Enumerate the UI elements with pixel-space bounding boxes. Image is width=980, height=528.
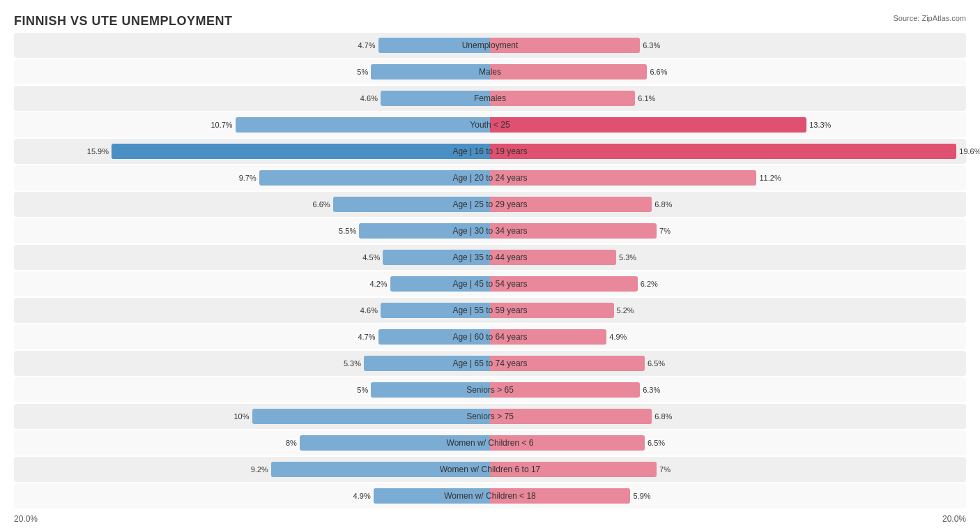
bar-finnish (236, 117, 490, 133)
bar-finnish (300, 435, 490, 451)
bar-container: 15.9% Age | 16 to 19 years 19.6% (14, 139, 966, 164)
right-section: 11.2% (490, 165, 966, 190)
bar-ute (490, 356, 645, 371)
chart-row: 5% Males 6.6% (14, 59, 966, 84)
value-finnish: 9.7% (239, 174, 257, 182)
value-ute: 6.5% (648, 359, 665, 368)
value-finnish: 9.2% (251, 465, 268, 474)
right-section: 7% (490, 457, 966, 482)
value-ute: 5.2% (617, 306, 634, 315)
value-finnish: 6.6% (313, 200, 330, 209)
bar-ute (490, 223, 657, 239)
bar-finnish (381, 91, 490, 106)
value-finnish: 10% (233, 412, 249, 421)
value-ute: 4.9% (609, 333, 627, 341)
value-finnish: 4.6% (360, 306, 378, 315)
value-ute: 6.2% (641, 280, 658, 288)
bar-container: 5% Seniors > 65 6.3% (14, 377, 966, 402)
bar-container: 4.6% Age | 55 to 59 years 5.2% (14, 298, 966, 323)
value-finnish: 4.5% (362, 253, 380, 262)
chart-container: FINNISH VS UTE UNEMPLOYMENT Source: ZipA… (0, 0, 980, 528)
bar-container: 10.7% Youth < 25 13.3% (14, 112, 966, 137)
left-section: 15.9% (14, 139, 490, 164)
chart-row: 5.3% Age | 65 to 74 years 6.5% (14, 351, 966, 376)
bar-ute (490, 64, 647, 80)
bar-ute (490, 276, 638, 292)
value-finnish: 15.9% (87, 147, 109, 156)
bar-container: 10% Seniors > 75 6.8% (14, 404, 966, 429)
bar-ute (490, 435, 645, 451)
value-ute: 6.3% (643, 386, 660, 394)
right-section: 6.1% (490, 86, 966, 111)
axis-right: 20.0% (942, 514, 966, 524)
right-section: 7% (490, 218, 966, 243)
chart-row: 9.2% Women w/ Children 6 to 17 7% (14, 457, 966, 482)
value-finnish: 4.9% (353, 492, 371, 500)
bar-ute (490, 409, 652, 424)
bar-ute (490, 91, 635, 106)
left-section: 4.7% (14, 33, 490, 58)
right-section: 6.8% (490, 404, 966, 429)
bar-finnish (364, 356, 490, 371)
chart-title: FINNISH VS UTE UNEMPLOYMENT (14, 14, 233, 29)
bar-finnish (259, 170, 490, 186)
bar-container: 4.7% Age | 60 to 64 years 4.9% (14, 324, 966, 349)
value-ute: 5.3% (619, 253, 636, 262)
left-section: 4.6% (14, 86, 490, 111)
left-section: 4.6% (14, 298, 490, 323)
value-ute: 11.2% (759, 174, 781, 182)
left-section: 5% (14, 377, 490, 402)
chart-row: 5.5% Age | 30 to 34 years 7% (14, 218, 966, 243)
bar-finnish (359, 223, 490, 239)
right-section: 6.5% (490, 430, 966, 455)
chart-row: 4.2% Age | 45 to 54 years 6.2% (14, 271, 966, 296)
bar-finnish (333, 197, 490, 212)
value-finnish: 4.7% (358, 333, 375, 341)
value-finnish: 5% (357, 386, 368, 394)
value-finnish: 5.3% (344, 359, 361, 368)
value-finnish: 5.5% (339, 227, 356, 235)
value-ute: 6.8% (654, 200, 672, 209)
bar-container: 9.7% Age | 20 to 24 years 11.2% (14, 165, 966, 190)
bar-finnish (378, 38, 491, 53)
left-section: 10% (14, 404, 490, 429)
chart-row: 4.7% Unemployment 6.3% (14, 33, 966, 58)
bar-finnish (383, 250, 490, 265)
bar-finnish (390, 276, 490, 292)
right-section: 6.6% (490, 59, 966, 84)
value-finnish: 4.2% (370, 280, 388, 288)
left-section: 9.7% (14, 165, 490, 190)
bar-ute (490, 144, 956, 159)
right-section: 5.3% (490, 245, 966, 270)
bar-ute (490, 117, 806, 133)
right-section: 19.6% (490, 139, 966, 164)
right-section: 6.3% (490, 33, 966, 58)
bar-finnish (381, 303, 490, 318)
value-ute: 5.9% (633, 492, 650, 500)
bar-container: 5.5% Age | 30 to 34 years 7% (14, 218, 966, 243)
value-finnish: 4.6% (360, 94, 378, 103)
bar-ute (490, 38, 640, 53)
value-finnish: 8% (286, 439, 297, 447)
bar-container: 8% Women w/ Children < 6 6.5% (14, 430, 966, 455)
value-ute: 13.3% (809, 121, 831, 129)
bar-finnish (378, 329, 491, 345)
chart-row: 15.9% Age | 16 to 19 years 19.6% (14, 139, 966, 164)
left-section: 4.9% (14, 483, 490, 508)
value-finnish: 4.7% (358, 41, 375, 50)
bar-container: 9.2% Women w/ Children 6 to 17 7% (14, 457, 966, 482)
bar-ute (490, 250, 616, 265)
right-section: 6.3% (490, 377, 966, 402)
bar-finnish (371, 382, 490, 398)
left-section: 10.7% (14, 112, 490, 137)
left-section: 4.5% (14, 245, 490, 270)
bar-ute (490, 488, 630, 504)
left-section: 8% (14, 430, 490, 455)
value-ute: 7% (659, 227, 671, 235)
axis-left: 20.0% (14, 514, 38, 524)
bar-container: 5.3% Age | 65 to 74 years 6.5% (14, 351, 966, 376)
right-section: 6.5% (490, 351, 966, 376)
right-section: 4.9% (490, 324, 966, 349)
chart-row: 9.7% Age | 20 to 24 years 11.2% (14, 165, 966, 190)
value-finnish: 5% (357, 68, 368, 76)
